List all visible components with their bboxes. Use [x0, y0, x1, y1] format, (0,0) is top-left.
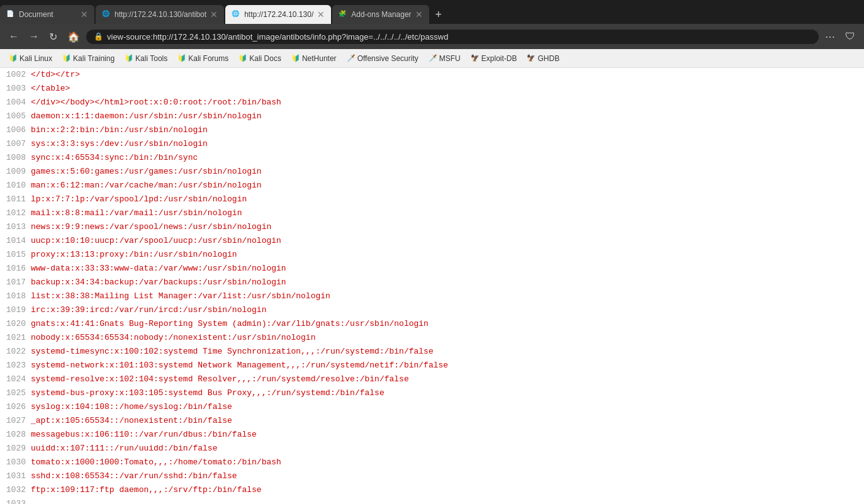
code-line: 1020gnats:x:41:41:Gnats Bug-Reporting Sy… [0, 317, 864, 331]
line-number: 1017 [3, 276, 31, 289]
line-content: daemon:x:1:1:daemon:/usr/sbin:/usr/sbin/… [31, 109, 262, 123]
line-number: 1010 [3, 179, 31, 193]
code-line: 1024systemd-resolve:x:102:104:systemd Re… [0, 372, 864, 386]
shield-button[interactable]: 🛡 [841, 28, 859, 45]
bookmark-msfu-label: MSFU [439, 54, 461, 63]
nethunter-icon: 🔰 [291, 54, 300, 62]
line-content: systemd-resolve:x:102:104:systemd Resolv… [31, 372, 409, 386]
line-number: 1027 [3, 414, 31, 428]
line-number: 1003 [3, 82, 31, 96]
line-content: uuidd:x:107:111::/run/uuidd:/bin/false [31, 442, 217, 456]
new-tab-button[interactable]: + [430, 5, 447, 24]
tab-main[interactable]: 🌐 http://172.24.10.130/ ✕ [225, 5, 331, 24]
bookmark-kali-training-label: Kali Training [73, 54, 115, 63]
line-content: tomato:x:1000:1000:Tomato,,,:/home/tomat… [31, 456, 281, 469]
bookmarks-bar: 🔰 Kali Linux 🔰 Kali Training 🔰 Kali Tool… [0, 49, 864, 68]
line-content: www-data:x:33:33:www-data:/var/www:/usr/… [31, 262, 286, 276]
code-line: 1014uucp:x:10:10:uucp:/var/spool/uucp:/u… [0, 234, 864, 248]
address-bar[interactable]: 🔒 view-source:http://172.24.10.130/antib… [86, 30, 819, 44]
code-line: 1010man:x:6:12:man:/var/cache/man:/usr/s… [0, 179, 864, 193]
code-line: 1006bin:x:2:2:bin:/bin:/usr/sbin/nologin [0, 123, 864, 137]
code-line: 1007sys:x:3:3:sys:/dev:/usr/sbin/nologin [0, 137, 864, 151]
bookmark-nethunter[interactable]: 🔰 NetHunter [288, 53, 340, 64]
line-number: 1032 [3, 483, 31, 497]
bookmark-offensive-security[interactable]: 🗡️ Offensive Security [343, 53, 422, 64]
line-content: sys:x:3:3:sys:/dev:/usr/sbin/nologin [31, 137, 208, 151]
line-number: 1031 [3, 469, 31, 483]
tab-close-main[interactable]: ✕ [317, 9, 325, 20]
bookmark-msfu[interactable]: 🗡️ MSFU [425, 53, 464, 64]
content-area: 1002</td></tr>1003</table>1004</div></bo… [0, 68, 864, 504]
line-content: games:x:5:60:games:/usr/games:/usr/sbin/… [31, 165, 262, 179]
line-content: sync:x:4:65534:sync:/bin:/bin/sync [31, 151, 198, 165]
code-line: 1021nobody:x:65534:65534:nobody:/nonexis… [0, 331, 864, 345]
code-line: 1019irc:x:39:39:ircd:/var/run/ircd:/usr/… [0, 303, 864, 317]
bookmark-kali-forums[interactable]: 🔰 Kali Forums [174, 53, 232, 64]
tab-document[interactable]: 📄 Document ✕ [0, 5, 94, 24]
bookmark-kali-docs-label: Kali Docs [249, 54, 281, 63]
line-number: 1029 [3, 442, 31, 456]
tab-favicon-addons: 🧩 [339, 10, 347, 19]
code-line: 1002</td></tr> [0, 68, 864, 82]
line-number: 1002 [3, 68, 31, 82]
line-number: 1014 [3, 234, 31, 248]
code-line: 1003</table> [0, 82, 864, 96]
tab-antibot[interactable]: 🌐 http://172.24.10.130/antibot ✕ [96, 5, 224, 24]
kali-training-icon: 🔰 [62, 54, 71, 62]
bookmark-kali-training[interactable]: 🔰 Kali Training [59, 53, 118, 64]
code-line: 1028messagebus:x:106:110::/var/run/dbus:… [0, 428, 864, 442]
code-line: 1031sshd:x:108:65534::/var/run/sshd:/bin… [0, 469, 864, 483]
address-bar-url: view-source:http://172.24.10.130/antibot… [107, 32, 811, 42]
line-content: bin:x:2:2:bin:/bin:/usr/sbin/nologin [31, 123, 208, 137]
bookmark-kali-linux[interactable]: 🔰 Kali Linux [5, 53, 56, 64]
code-line: 1023systemd-network:x:101:103:systemd Ne… [0, 359, 864, 372]
bookmark-exploit-db[interactable]: 🦅 Exploit-DB [467, 53, 521, 64]
tab-favicon-antibot: 🌐 [102, 10, 111, 19]
code-line: 1016www-data:x:33:33:www-data:/var/www:/… [0, 262, 864, 276]
tab-close-document[interactable]: ✕ [81, 9, 88, 20]
tab-title-antibot: http://172.24.10.130/antibot [115, 10, 206, 19]
tab-title-document: Document [19, 10, 77, 19]
tab-addons[interactable]: 🧩 Add-ons Manager ✕ [332, 5, 429, 24]
tab-favicon-document: 📄 [6, 10, 15, 19]
code-line: 1030tomato:x:1000:1000:Tomato,,,:/home/t… [0, 456, 864, 469]
tab-bar: 📄 Document ✕ 🌐 http://172.24.10.130/anti… [0, 0, 864, 24]
tab-close-antibot[interactable]: ✕ [210, 9, 218, 20]
code-line: 1018list:x:38:38:Mailing List Manager:/v… [0, 289, 864, 303]
line-number: 1009 [3, 165, 31, 179]
line-number: 1016 [3, 262, 31, 276]
line-content: </div></body></html>root:x:0:0:root:/roo… [31, 96, 281, 109]
line-content: </table> [31, 82, 70, 96]
line-number: 1004 [3, 96, 31, 109]
line-number: 1021 [3, 331, 31, 345]
browser-chrome: 📄 Document ✕ 🌐 http://172.24.10.130/anti… [0, 0, 864, 504]
home-button[interactable]: 🏠 [64, 28, 84, 45]
code-line: 1012mail:x:8:8:mail:/var/mail:/usr/sbin/… [0, 206, 864, 220]
bookmark-kali-tools[interactable]: 🔰 Kali Tools [121, 53, 171, 64]
line-number: 1012 [3, 206, 31, 220]
tab-close-addons[interactable]: ✕ [415, 9, 423, 20]
line-content: irc:x:39:39:ircd:/var/run/ircd:/usr/sbin… [31, 303, 266, 317]
line-content: proxy:x:13:13:proxy:/bin:/usr/sbin/nolog… [31, 248, 237, 262]
bookmark-ghdb[interactable]: 🦅 GHDB [523, 53, 563, 64]
line-content: nobody:x:65534:65534:nobody:/nonexistent… [31, 331, 315, 345]
line-number: 1008 [3, 151, 31, 165]
line-content: mail:x:8:8:mail:/var/mail:/usr/sbin/nolo… [31, 206, 242, 220]
code-line: 1029uuidd:x:107:111::/run/uuidd:/bin/fal… [0, 442, 864, 456]
bookmark-kali-docs[interactable]: 🔰 Kali Docs [235, 53, 285, 64]
line-number: 1019 [3, 303, 31, 317]
line-number: 1030 [3, 456, 31, 469]
reload-button[interactable]: ↻ [45, 28, 61, 45]
line-content: messagebus:x:106:110::/var/run/dbus:/bin… [31, 428, 257, 442]
bookmark-kali-forums-label: Kali Forums [188, 54, 228, 63]
line-content: list:x:38:38:Mailing List Manager:/var/l… [31, 289, 330, 303]
tab-title-main: http://172.24.10.130/ [244, 10, 313, 19]
code-line: 1032ftp:x:109:117:ftp daemon,,,:/srv/ftp… [0, 483, 864, 497]
forward-button[interactable]: → [25, 28, 43, 45]
menu-button[interactable]: ⋯ [821, 28, 839, 45]
line-content: syslog:x:104:108::/home/syslog:/bin/fals… [31, 400, 232, 414]
code-line: 1005daemon:x:1:1:daemon:/usr/sbin:/usr/s… [0, 109, 864, 123]
line-number: 1018 [3, 289, 31, 303]
back-button[interactable]: ← [5, 28, 23, 45]
code-line: 1009games:x:5:60:games:/usr/games:/usr/s… [0, 165, 864, 179]
